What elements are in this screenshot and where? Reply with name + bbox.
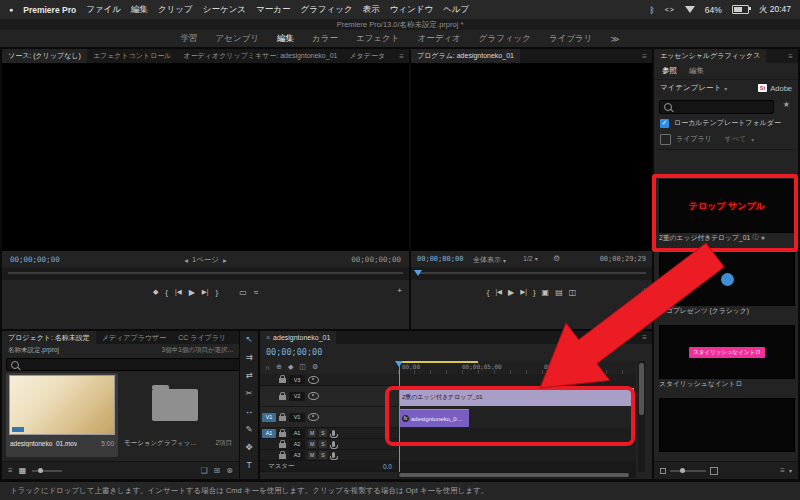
lock-icon[interactable] xyxy=(279,443,286,448)
tab-project[interactable]: プロジェクト: 名称未設定 xyxy=(2,331,96,344)
favorites-star-icon[interactable]: ★ xyxy=(783,100,790,109)
eg-tab-browse[interactable]: 参照 xyxy=(662,66,677,76)
track-badge[interactable]: A1 xyxy=(289,429,305,438)
thumbnail-size-slider[interactable] xyxy=(670,470,706,472)
track-badge[interactable]: V3 xyxy=(289,375,305,384)
template-thumbnail-partial[interactable] xyxy=(659,398,795,452)
tab-program-monitor[interactable]: プログラム: adesigntoneko_01 xyxy=(411,49,520,63)
add-marker-icon[interactable]: ◆ xyxy=(153,288,158,296)
mark-out-icon[interactable]: } xyxy=(215,288,218,297)
adobe-stock-label[interactable]: Adobe xyxy=(770,84,792,93)
program-scrubber[interactable] xyxy=(411,267,652,279)
solo-button[interactable]: S xyxy=(319,451,327,459)
menu-marker[interactable]: マーカー xyxy=(256,4,290,16)
timeline-settings-icon[interactable]: ⚙ xyxy=(312,363,318,371)
menu-window[interactable]: ウィンドウ xyxy=(390,4,434,16)
workspace-tab-libraries[interactable]: ライブラリ xyxy=(549,33,593,45)
selection-tool[interactable]: ↖ xyxy=(245,334,252,344)
fit-select[interactable]: 全体表示 xyxy=(473,255,501,265)
extract-icon[interactable]: ▤ xyxy=(555,288,563,297)
export-frame-icon[interactable]: ◫ xyxy=(569,288,577,297)
linked-selection-icon[interactable]: ⊕ xyxy=(276,363,282,371)
new-bin-icon[interactable]: ❏ xyxy=(200,466,207,475)
template-item-logo[interactable]: ロゴプレゼンツ (クラシック) xyxy=(659,305,793,316)
pen-tool[interactable]: ✎ xyxy=(245,424,252,434)
tab-audio-clip-mixer[interactable]: オーディオクリップミキサー: adesigntoneko_01 xyxy=(178,49,344,63)
track-header-a3[interactable]: A3 M S xyxy=(260,450,398,461)
step-forward-icon[interactable]: ▶| xyxy=(202,288,209,296)
zoom-out-icon[interactable] xyxy=(660,468,666,474)
program-current-timecode[interactable]: 00;00;00;00 xyxy=(417,255,463,263)
mute-button[interactable]: M xyxy=(308,429,316,437)
project-search-input[interactable] xyxy=(6,358,239,371)
lock-icon[interactable] xyxy=(279,416,286,421)
lock-icon[interactable] xyxy=(279,378,286,383)
play-icon[interactable]: ▶ xyxy=(508,288,514,297)
workspace-tab-effects[interactable]: エフェクト xyxy=(356,33,400,45)
icon-view-icon[interactable]: ▦ xyxy=(19,466,27,475)
hand-tool[interactable]: ✥ xyxy=(245,442,252,452)
libraries-scope-select[interactable]: すべて xyxy=(725,134,747,144)
workspace-tab-learning[interactable]: 学習 xyxy=(181,33,198,45)
tab-media-browser[interactable]: メディアブラウザー xyxy=(96,331,172,344)
timeline-ruler[interactable]: 00;00 00;00;05;00 00;00;10;00 xyxy=(398,361,636,375)
libraries-checkbox[interactable] xyxy=(660,134,671,145)
source-patch[interactable] xyxy=(262,375,276,384)
track-badge[interactable]: V1 xyxy=(289,413,305,422)
template-thumbnail-stylish[interactable]: スタイリッシュなイントロ xyxy=(659,325,795,379)
razor-tool[interactable]: ✂ xyxy=(245,388,252,398)
panel-menu-icon[interactable]: ≡ xyxy=(394,49,409,63)
track-header-master[interactable]: マスター 0.0 xyxy=(260,461,398,472)
mute-button[interactable]: M xyxy=(308,440,316,448)
angle-brackets-icon[interactable]: <> xyxy=(665,6,675,13)
template-item-stylish[interactable]: スタイリッシュなイントロ xyxy=(659,378,793,389)
menu-view[interactable]: 表示 xyxy=(363,4,380,16)
adobe-stock-icon[interactable]: St xyxy=(758,84,768,92)
chevron-down-icon[interactable]: ▾ xyxy=(789,467,792,474)
workspace-tab-audio[interactable]: オーディオ xyxy=(418,33,461,45)
track-badge[interactable]: A2 xyxy=(289,440,305,449)
source-current-timecode[interactable]: 00;00;00;00 xyxy=(10,255,60,264)
tab-source-monitor[interactable]: ソース: (クリップなし) xyxy=(2,49,87,63)
mute-button[interactable]: M xyxy=(308,451,316,459)
lock-icon[interactable] xyxy=(279,432,286,437)
scrollbar-thumb[interactable] xyxy=(399,473,629,477)
menu-edit[interactable]: 編集 xyxy=(131,4,148,16)
mark-out-icon[interactable]: } xyxy=(533,288,536,297)
clip-thumbnail[interactable] xyxy=(10,376,114,434)
tab-essential-graphics[interactable]: エッセンシャルグラフィックス xyxy=(654,49,766,63)
track-header-v1[interactable]: V1 V1 xyxy=(260,407,398,428)
slider-thumb[interactable] xyxy=(38,468,43,473)
library-select[interactable]: マイテンプレート xyxy=(660,83,721,93)
new-item-icon[interactable]: ⊞ xyxy=(214,466,221,475)
bluetooth-icon[interactable]: ᛒ xyxy=(650,5,655,15)
page-prev-icon[interactable]: ◂ xyxy=(184,256,188,265)
source-patch-video[interactable]: V1 xyxy=(262,413,276,422)
menu-graphics[interactable]: グラフィック xyxy=(300,4,352,16)
tab-effect-controls[interactable]: エフェクトコントロール xyxy=(87,49,178,63)
sort-menu-icon[interactable]: ≡ xyxy=(780,466,785,475)
page-next-icon[interactable]: ▸ xyxy=(223,256,227,265)
program-viewer[interactable] xyxy=(411,63,652,251)
local-templates-checkbox[interactable]: ✓ xyxy=(660,119,669,128)
slip-tool[interactable]: ↔ xyxy=(245,406,254,416)
play-icon[interactable]: ▶ xyxy=(189,288,195,297)
solo-button[interactable]: S xyxy=(319,440,327,448)
menubar-clock[interactable]: 火 20:47 xyxy=(759,4,791,16)
voiceover-mic-icon[interactable] xyxy=(332,430,335,436)
button-editor-icon[interactable]: + xyxy=(642,286,647,295)
panel-menu-icon[interactable]: ≡ xyxy=(637,331,652,344)
wifi-icon[interactable] xyxy=(685,6,695,13)
track-visibility-icon[interactable] xyxy=(308,376,319,384)
track-select-tool[interactable]: ⇉ xyxy=(245,352,252,362)
track-visibility-icon[interactable] xyxy=(308,413,319,421)
track-header-a1[interactable]: A1 A1 M S xyxy=(260,428,398,439)
tab-metadata[interactable]: メタデータ xyxy=(343,49,391,63)
panel-menu-icon[interactable]: ≡ xyxy=(637,49,652,63)
eg-tab-edit[interactable]: 編集 xyxy=(689,66,704,76)
type-tool[interactable]: T xyxy=(246,460,251,470)
mark-in-icon[interactable]: { xyxy=(487,288,490,297)
zoom-slider[interactable] xyxy=(32,470,62,472)
button-editor-icon[interactable]: + xyxy=(397,286,402,295)
workspace-tab-graphics[interactable]: グラフィック xyxy=(479,33,531,45)
